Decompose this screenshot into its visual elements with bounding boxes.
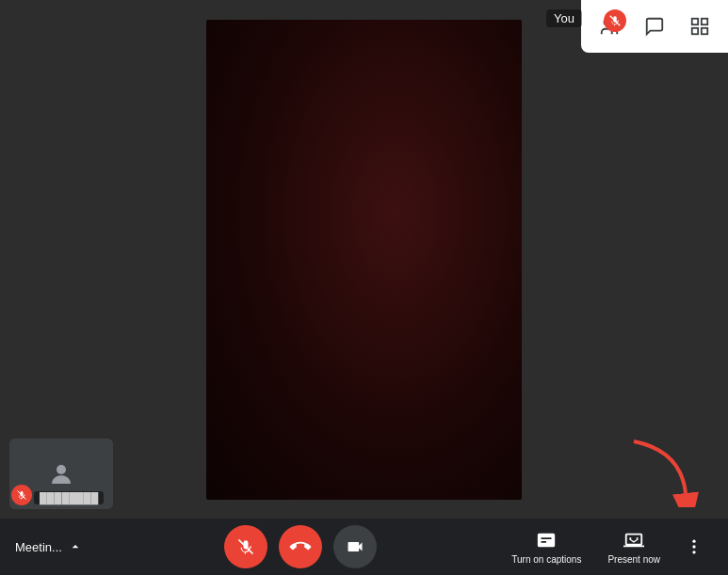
chevron-up-icon: [68, 539, 83, 554]
end-call-button[interactable]: [279, 525, 322, 568]
activities-button[interactable]: [679, 6, 720, 47]
participant-name: ████████: [34, 491, 104, 504]
you-label: You: [546, 9, 582, 27]
top-toolbar: 2: [581, 0, 728, 53]
svg-point-6: [57, 465, 66, 474]
more-options-button[interactable]: [675, 528, 713, 566]
captions-button[interactable]: Turn on captions: [500, 526, 592, 568]
video-icon: [346, 537, 364, 556]
svg-rect-3: [702, 28, 707, 34]
svg-point-10: [692, 540, 695, 543]
video-button[interactable]: [333, 525, 377, 568]
participant-mute-icon: [11, 485, 32, 505]
mute-button[interactable]: [224, 525, 267, 568]
svg-rect-2: [702, 19, 707, 24]
video-feed: [206, 20, 522, 500]
more-options-icon: [685, 537, 704, 556]
captions-icon: [536, 530, 557, 551]
svg-point-12: [692, 551, 695, 553]
meeting-name-text: Meetin...: [15, 540, 62, 554]
toolbar-center: [100, 525, 500, 568]
toolbar-right: Turn on captions Present now: [500, 526, 713, 568]
end-call-icon: [285, 532, 315, 561]
svg-point-11: [692, 545, 695, 548]
bottom-toolbar: Meetin...: [0, 519, 728, 575]
muted-indicator-top: [604, 9, 626, 32]
present-label: Present now: [607, 554, 660, 565]
mic-off-icon: [236, 537, 255, 556]
present-button[interactable]: Present now: [596, 526, 671, 568]
svg-rect-4: [692, 28, 698, 34]
present-icon: [623, 530, 644, 551]
captions-label: Turn on captions: [511, 554, 581, 565]
svg-rect-1: [692, 19, 698, 24]
meeting-name[interactable]: Meetin...: [15, 539, 100, 554]
chat-button[interactable]: [634, 6, 675, 47]
